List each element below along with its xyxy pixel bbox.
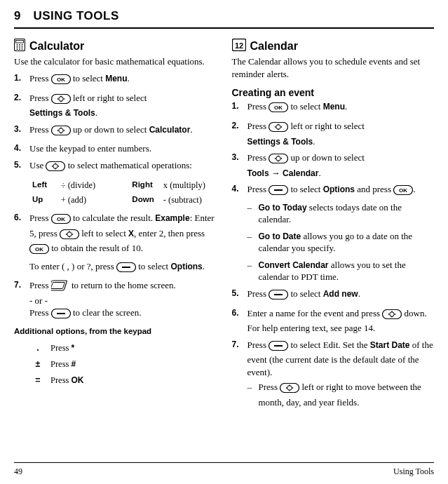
- dpad-key-icon: [46, 161, 65, 175]
- calculator-intro: Use the calculator for basic mathematica…: [14, 55, 217, 68]
- cal-step-5: Press to select Add new.: [232, 288, 435, 303]
- cal-step-7: Press to select Edit. Set the Start Date…: [232, 339, 435, 409]
- dpad-key-icon: [382, 309, 402, 323]
- right-column: Calendar The Calendar allows you to sche…: [232, 39, 435, 412]
- calc-step-7: Press to return to the home screen. - or…: [14, 279, 217, 322]
- chapter-header: 9 USING TOOLS: [14, 8, 434, 29]
- ok-key-icon: [51, 214, 71, 227]
- dpad-key-icon: [60, 229, 79, 243]
- calculator-icon: [14, 39, 25, 55]
- operations-table: Left ÷ (divide) Right x (multiply) Up + …: [29, 178, 232, 208]
- dash-key-icon: [269, 290, 288, 303]
- calendar-heading: Calendar: [232, 39, 435, 55]
- page-number: 49: [14, 466, 22, 477]
- dash-key-icon: [269, 341, 288, 354]
- option-go-to-date: Go to Date allows you go to a date on th…: [247, 230, 435, 255]
- ok-key-icon: [29, 244, 49, 257]
- calc-step-3: Press up or down to select Calculator.: [14, 123, 217, 139]
- creating-event-head: Creating an event: [232, 86, 435, 100]
- option-convert-calendar: Convert Calendar allows you to set the c…: [247, 259, 435, 283]
- dpad-key-icon: [280, 383, 299, 396]
- cal-step-6: Enter a name for the event and press dow…: [232, 307, 435, 335]
- calc-step-6: Press to calculate the result. Example: …: [14, 212, 217, 275]
- dash-key-icon: [116, 262, 136, 276]
- cal-step-3: Press up or down to select Tools → Calen…: [232, 152, 435, 179]
- calendar-steps: Press to select Menu. Press left or righ…: [232, 100, 435, 408]
- dpad-key-icon: [51, 94, 71, 107]
- dpad-key-icon: [269, 122, 288, 135]
- footer-section: Using Tools: [393, 466, 434, 477]
- chapter-title: USING TOOLS: [33, 8, 118, 25]
- calc-step-5: Use to select mathematical operations:: [14, 159, 217, 175]
- dash-key-icon: [269, 185, 288, 199]
- calc-step-2: Press left or right to select Settings &…: [14, 92, 217, 119]
- calc-step-1: Press to select Menu.: [14, 72, 217, 88]
- calculator-heading: Calculator: [14, 39, 217, 55]
- cal-step-1: Press to select Menu.: [232, 100, 435, 116]
- chapter-number: 9: [14, 8, 20, 25]
- calendar-icon: [232, 39, 246, 55]
- option-go-to-today: Go to Today selects todays date on the c…: [247, 201, 435, 226]
- ok-key-icon: [51, 74, 71, 88]
- additional-options-head: Additional options, from the keypad: [14, 326, 217, 337]
- dpad-key-icon: [51, 126, 71, 139]
- calculator-steps-cont: Press to calculate the result. Example: …: [14, 212, 217, 322]
- note-move-fields: Press left or right to move between the …: [247, 381, 435, 408]
- content-columns: Calculator Use the calculator for basic …: [14, 39, 434, 412]
- calculator-steps: Press to select Menu. Press left or righ…: [14, 72, 217, 174]
- cal-step-4-options: Go to Today selects todays date on the c…: [247, 201, 435, 283]
- end-key-icon: [51, 280, 69, 295]
- calendar-title: Calendar: [250, 39, 298, 54]
- cal-step-2: Press left or right to select Settings &…: [232, 120, 435, 147]
- calendar-intro: The Calendar allows you to schedule even…: [232, 55, 435, 80]
- left-column: Calculator Use the calculator for basic …: [14, 39, 217, 412]
- page-footer: 49 Using Tools: [14, 462, 434, 477]
- calculator-title: Calculator: [29, 39, 84, 54]
- ok-key-icon: [393, 185, 413, 199]
- calc-step-4: Use the keypad to enter numbers.: [14, 142, 217, 155]
- cal-step-7-notes: Press left or right to move between the …: [247, 381, 435, 408]
- additional-options-table: .Press * ±Press # =Press OK: [29, 340, 90, 389]
- dash-key-icon: [51, 309, 71, 322]
- cal-step-4: Press to select Options and press . Go t…: [232, 183, 435, 283]
- dpad-key-icon: [269, 154, 288, 167]
- ok-key-icon: [269, 102, 288, 116]
